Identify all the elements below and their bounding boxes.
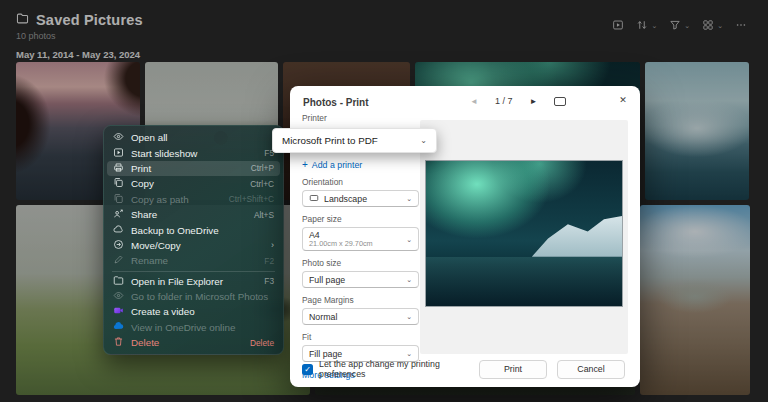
share-icon bbox=[113, 208, 124, 221]
eye-icon bbox=[113, 131, 124, 144]
menu-shortcut: Ctrl+C bbox=[250, 179, 274, 189]
photo-size-dropdown[interactable]: Full page ⌄ bbox=[302, 271, 419, 288]
preferences-checkbox[interactable]: ✓ bbox=[302, 364, 313, 375]
menu-shortcut: Alt+S bbox=[254, 210, 274, 220]
menu-item-label: Copy bbox=[131, 178, 154, 189]
menu-item-open-all[interactable]: Open all bbox=[107, 130, 280, 145]
menu-item-rename[interactable]: Rename F2 bbox=[107, 253, 280, 268]
menu-item-label: Start slideshow bbox=[131, 148, 197, 159]
plus-icon: + bbox=[302, 161, 308, 169]
page-margins-value: Normal bbox=[309, 312, 337, 322]
chevron-down-icon: ⌄ bbox=[406, 196, 412, 201]
menu-item-label: Copy as path bbox=[131, 194, 189, 205]
paper-size-dropdown[interactable]: A4 21.00cm x 29.70cm ⌄ bbox=[302, 227, 419, 251]
menu-shortcut: Delete bbox=[250, 338, 274, 348]
paper-size-dimensions: 21.00cm x 29.70cm bbox=[309, 240, 373, 248]
menu-shortcut: F3 bbox=[264, 276, 274, 286]
menu-item-print[interactable]: Print Ctrl+P bbox=[107, 161, 280, 176]
fit-value: Fill page bbox=[309, 349, 342, 359]
landscape-icon bbox=[309, 193, 319, 205]
menu-item-label: Share bbox=[131, 209, 157, 220]
print-preview-photo bbox=[425, 160, 623, 307]
rename-icon bbox=[113, 254, 124, 267]
submenu-arrow-icon: › bbox=[271, 240, 274, 250]
fit-label: Fit bbox=[302, 332, 419, 342]
orientation-dropdown[interactable]: Landscape ⌄ bbox=[302, 190, 419, 207]
menu-item-label: Open all bbox=[131, 132, 168, 143]
menu-item-label: Open in File Explorer bbox=[131, 276, 223, 287]
menu-separator bbox=[112, 271, 275, 272]
menu-item-label: Delete bbox=[131, 337, 159, 348]
chevron-down-icon: ⌄ bbox=[420, 136, 427, 145]
move-copy-icon bbox=[113, 239, 124, 252]
onedrive-icon bbox=[113, 321, 124, 334]
menu-shortcut: Ctrl+P bbox=[251, 163, 274, 173]
orientation-label: Orientation bbox=[302, 177, 419, 187]
chevron-down-icon: ⌄ bbox=[406, 237, 412, 242]
print-button[interactable]: Print bbox=[479, 360, 547, 379]
menu-item-delete[interactable]: Delete Delete bbox=[107, 335, 280, 350]
dialog-title: Photos - Print bbox=[303, 97, 369, 108]
menu-item-label: Move/Copy bbox=[131, 240, 181, 251]
menu-item-label: Print bbox=[131, 163, 151, 174]
printer-label: Printer bbox=[302, 113, 419, 123]
menu-item-create-video[interactable]: Create a video bbox=[107, 304, 280, 319]
context-menu: Open all Start slideshow F5 Print Ctrl+P… bbox=[103, 125, 284, 355]
chevron-down-icon: ⌄ bbox=[406, 277, 412, 282]
page-margins-label: Page Margins bbox=[302, 295, 419, 305]
cloud-backup-icon bbox=[113, 224, 124, 237]
preview-navigation: ◄ 1 / 7 ► bbox=[470, 96, 670, 106]
menu-item-label: Rename bbox=[131, 255, 168, 266]
menu-item-copy[interactable]: Copy Ctrl+C bbox=[107, 176, 280, 191]
slideshow-icon bbox=[113, 147, 124, 160]
preferences-checkbox-label: Let the app change my printing preferenc… bbox=[319, 359, 479, 379]
menu-item-move-copy[interactable]: Move/Copy › bbox=[107, 238, 280, 253]
menu-item-label: Go to folder in Microsoft Photos bbox=[131, 291, 268, 302]
close-icon[interactable]: ✕ bbox=[615, 92, 631, 108]
page-indicator: 1 / 7 bbox=[495, 96, 513, 106]
print-preview-pane bbox=[420, 120, 628, 354]
add-printer-link[interactable]: + Add a printer bbox=[302, 160, 419, 170]
folder-icon bbox=[113, 275, 124, 288]
page-margins-dropdown[interactable]: Normal ⌄ bbox=[302, 308, 419, 325]
preview-mountain bbox=[532, 216, 622, 257]
menu-item-label: View in OneDrive online bbox=[131, 322, 235, 333]
copy-path-icon bbox=[113, 193, 124, 206]
menu-item-open-in-file-explorer[interactable]: Open in File Explorer F3 bbox=[107, 274, 280, 289]
photo-size-value: Full page bbox=[309, 275, 345, 285]
add-printer-label: Add a printer bbox=[312, 160, 362, 170]
menu-item-share[interactable]: Share Alt+S bbox=[107, 207, 280, 222]
trash-icon bbox=[113, 336, 124, 349]
menu-item-go-to-folder[interactable]: Go to folder in Microsoft Photos bbox=[107, 289, 280, 304]
chevron-down-icon: ⌄ bbox=[406, 314, 412, 319]
eye-folder-icon bbox=[113, 290, 124, 303]
create-video-icon bbox=[113, 305, 124, 318]
menu-item-label: Create a video bbox=[131, 306, 195, 317]
preview-reflection bbox=[426, 257, 622, 306]
chevron-down-icon: ⌄ bbox=[406, 351, 412, 356]
menu-shortcut: Ctrl+Shift+C bbox=[229, 194, 274, 204]
menu-item-view-onedrive-online[interactable]: View in OneDrive online bbox=[107, 320, 280, 335]
photo-size-label: Photo size bbox=[302, 258, 419, 268]
menu-item-backup-onedrive[interactable]: Backup to OneDrive bbox=[107, 222, 280, 237]
printer-value: Microsoft Print to PDF bbox=[282, 135, 378, 146]
dialog-bottom-bar: ✓ Let the app change my printing prefere… bbox=[302, 359, 625, 379]
paper-size-label: Paper size bbox=[302, 214, 419, 224]
menu-item-copy-as-path[interactable]: Copy as path Ctrl+Shift+C bbox=[107, 192, 280, 207]
printer-icon bbox=[113, 162, 124, 175]
fullscreen-preview-icon[interactable] bbox=[554, 97, 566, 106]
menu-shortcut: F2 bbox=[264, 256, 274, 266]
cancel-button[interactable]: Cancel bbox=[557, 360, 625, 379]
copy-icon bbox=[113, 177, 124, 190]
menu-item-label: Backup to OneDrive bbox=[131, 225, 219, 236]
next-page-button[interactable]: ► bbox=[529, 97, 537, 106]
print-settings-panel: Printer + Add a printer Orientation Land… bbox=[302, 113, 419, 380]
printer-dropdown[interactable]: Microsoft Print to PDF ⌄ bbox=[272, 128, 437, 153]
orientation-value: Landscape bbox=[324, 194, 367, 204]
previous-page-button[interactable]: ◄ bbox=[470, 97, 478, 106]
menu-item-start-slideshow[interactable]: Start slideshow F5 bbox=[107, 145, 280, 160]
